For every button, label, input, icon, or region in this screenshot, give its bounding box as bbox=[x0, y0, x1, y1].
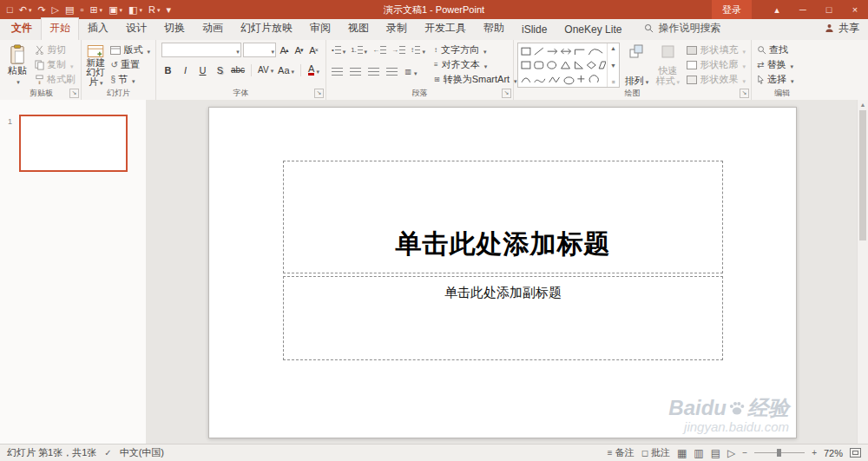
subtitle-placeholder[interactable]: 单击此处添加副标题 bbox=[283, 276, 723, 360]
shape-outline-dropdown-icon[interactable] bbox=[740, 60, 746, 70]
font-dialog-launcher[interactable] bbox=[314, 89, 324, 98]
tab-help[interactable]: 帮助 bbox=[475, 17, 513, 40]
bullets-dropdown-icon[interactable] bbox=[341, 45, 346, 56]
layout-button[interactable]: 版式 bbox=[108, 43, 152, 57]
clear-formatting-button[interactable]: A× bbox=[307, 43, 320, 57]
layout-dropdown-icon[interactable] bbox=[145, 45, 150, 56]
tab-insert[interactable]: 插入 bbox=[79, 17, 117, 40]
slideshow-view-button[interactable]: ▷ bbox=[727, 447, 735, 459]
tell-me-search[interactable]: 操作说明搜索 bbox=[644, 21, 720, 40]
zoom-slider-thumb[interactable] bbox=[777, 449, 781, 457]
font-color-dropdown-icon[interactable] bbox=[314, 65, 319, 76]
align-text-dropdown-icon[interactable] bbox=[483, 60, 488, 70]
section-dropdown-icon[interactable] bbox=[130, 75, 135, 85]
tab-view[interactable]: 视图 bbox=[339, 17, 378, 40]
gallery-up-icon[interactable]: ▲ bbox=[610, 45, 616, 51]
save-button[interactable]: □ bbox=[7, 0, 13, 19]
language-indicator[interactable]: 中文(中国) bbox=[120, 446, 164, 459]
underline-button[interactable]: U bbox=[196, 63, 209, 77]
replace-button[interactable]: ⇄ 替换 bbox=[755, 57, 809, 72]
shape-outline-button[interactable]: 形状轮廓 bbox=[685, 57, 747, 72]
close-button[interactable]: × bbox=[842, 0, 868, 19]
cut-button[interactable]: 剪切 bbox=[33, 43, 77, 57]
zoom-slider[interactable] bbox=[754, 452, 805, 453]
case-dropdown-icon[interactable] bbox=[290, 65, 295, 76]
gallery-more-icon[interactable]: ≡ bbox=[612, 79, 615, 85]
title-placeholder[interactable]: 单击此处添加标题 bbox=[283, 161, 723, 273]
font-size-dropdown-icon[interactable] bbox=[269, 45, 274, 56]
align-left-button[interactable] bbox=[332, 68, 343, 76]
spacing-dropdown-icon[interactable] bbox=[269, 65, 274, 75]
arrange-dropdown-icon[interactable] bbox=[644, 76, 649, 86]
minimize-button[interactable]: ─ bbox=[790, 0, 816, 19]
character-spacing-button[interactable]: AV bbox=[258, 63, 273, 77]
columns-button[interactable]: ▥ bbox=[404, 65, 418, 79]
slide-thumbnail[interactable] bbox=[19, 115, 128, 172]
zoom-level-label[interactable]: 72% bbox=[824, 448, 843, 458]
sign-in-button[interactable]: 登录 bbox=[712, 0, 752, 19]
tab-animations[interactable]: 动画 bbox=[194, 17, 232, 40]
shape-gallery[interactable]: ▲▼≡ bbox=[517, 43, 620, 88]
font-size-input[interactable] bbox=[244, 44, 270, 56]
clipboard-dialog-launcher[interactable] bbox=[69, 89, 79, 98]
paste-dropdown-icon[interactable] bbox=[15, 76, 20, 86]
copy-button[interactable]: 复制 bbox=[33, 57, 77, 72]
strikethrough-button[interactable]: abc bbox=[231, 63, 245, 77]
tab-islide[interactable]: iSlide bbox=[513, 20, 556, 40]
scrollbar-thumb[interactable] bbox=[859, 110, 866, 240]
line-spacing-dropdown-icon[interactable] bbox=[420, 45, 425, 56]
italic-button[interactable]: I bbox=[179, 63, 192, 77]
zoom-out-button[interactable]: − bbox=[742, 448, 747, 458]
shape-effects-button[interactable]: 形状效果 bbox=[685, 72, 747, 87]
reading-view-button[interactable]: ▤ bbox=[711, 447, 720, 459]
line-spacing-button[interactable]: ↕ bbox=[411, 43, 425, 57]
font-color-button[interactable]: A bbox=[307, 63, 320, 77]
drawing-dialog-launcher[interactable] bbox=[740, 89, 749, 98]
shape-fill-button[interactable]: 形状填充 bbox=[685, 43, 747, 57]
font-name-input[interactable] bbox=[162, 44, 234, 56]
align-right-button[interactable] bbox=[368, 68, 379, 76]
select-dropdown-icon[interactable] bbox=[789, 75, 794, 85]
tab-design[interactable]: 设计 bbox=[117, 17, 155, 40]
reset-button[interactable]: ↺ 重置 bbox=[108, 57, 152, 72]
customize-qat-button[interactable]: ▾ bbox=[166, 0, 171, 19]
tab-review[interactable]: 审阅 bbox=[301, 17, 339, 40]
new-slide-button[interactable]: 新建幻灯片 bbox=[85, 43, 106, 89]
new-file-button[interactable]: ▫ bbox=[80, 0, 83, 19]
shape-fill-dropdown-icon[interactable] bbox=[740, 45, 746, 56]
paste-button[interactable]: 粘贴 bbox=[5, 43, 30, 89]
gallery-down-icon[interactable]: ▼ bbox=[610, 63, 616, 69]
restore-button[interactable]: □ bbox=[816, 0, 842, 19]
spellcheck-icon[interactable]: ✓ bbox=[104, 448, 111, 458]
font-name-combo[interactable] bbox=[161, 43, 241, 57]
align-text-button[interactable]: ≡ 对齐文本 bbox=[432, 57, 519, 72]
tab-home[interactable]: 开始 bbox=[41, 17, 79, 40]
find-button[interactable]: 查找 bbox=[755, 43, 809, 57]
zoom-in-button[interactable]: + bbox=[812, 448, 817, 458]
text-direction-dropdown-icon[interactable] bbox=[482, 45, 487, 56]
tab-developer[interactable]: 开发工具 bbox=[416, 17, 475, 40]
decrease-indent-button[interactable]: ← bbox=[372, 43, 386, 57]
notes-button[interactable]: ≡ 备注 bbox=[608, 446, 635, 459]
redo-button[interactable]: ↷ bbox=[37, 0, 45, 19]
tab-file[interactable]: 文件 bbox=[0, 17, 41, 40]
font-size-combo[interactable] bbox=[243, 43, 276, 57]
paragraph-dialog-launcher[interactable] bbox=[502, 89, 511, 98]
new-slide-dropdown-icon[interactable] bbox=[98, 76, 103, 87]
start-slideshow-button[interactable]: ▷ bbox=[52, 0, 59, 19]
select-button[interactable]: 选择 bbox=[755, 72, 809, 87]
bold-button[interactable]: B bbox=[161, 63, 174, 77]
text-direction-button[interactable]: ↕ 文字方向 bbox=[432, 43, 519, 57]
change-case-button[interactable]: Aa bbox=[278, 63, 294, 77]
shape-effects-dropdown-icon[interactable] bbox=[740, 75, 746, 85]
slide-1[interactable]: 单击此处添加标题 单击此处添加副标题 Baidu 经验 jingyan.baid… bbox=[208, 107, 797, 438]
section-button[interactable]: § 节 bbox=[108, 72, 152, 87]
align-center-button[interactable] bbox=[350, 68, 361, 76]
numbering-dropdown-icon[interactable] bbox=[363, 45, 368, 56]
convert-smartart-button[interactable]: ⊞ 转换为SmartArt bbox=[432, 72, 519, 87]
tab-record[interactable]: 录制 bbox=[378, 17, 416, 40]
copy-dropdown-icon[interactable] bbox=[69, 60, 74, 70]
shrink-font-button[interactable]: A▾ bbox=[293, 43, 306, 57]
tab-slideshow[interactable]: 幻灯片放映 bbox=[232, 17, 301, 40]
print-preview-button[interactable]: ▤ bbox=[65, 0, 74, 19]
